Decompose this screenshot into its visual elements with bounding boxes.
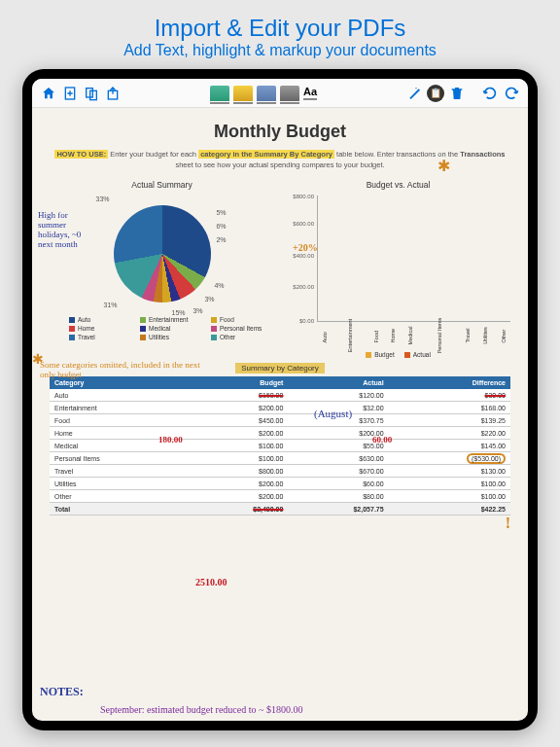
wand-icon[interactable] [405, 85, 423, 102]
redo-icon[interactable] [503, 85, 520, 102]
doc-title: Monthly Budget [50, 122, 510, 142]
pie-label: 3% [204, 296, 214, 302]
table-row: Auto$150.00$120.00$30.00 [50, 389, 510, 402]
summary-table: CategoryBudgetActualDifference Auto$150.… [50, 376, 510, 516]
table-total-row: Total$2,480.00$2,057.75$422.25 [50, 503, 510, 516]
eraser-tool[interactable] [280, 86, 299, 101]
table-row: Food$450.00$370.75$139.25 [50, 414, 510, 427]
table-row: Utilities$200.00$60.00$100.00 [50, 478, 510, 490]
note-september: September: estimated budget reduced to ~… [100, 704, 302, 715]
home-icon[interactable] [40, 85, 57, 102]
summary-header: Summary by Category [50, 364, 510, 373]
share-icon[interactable] [104, 85, 122, 102]
pie-legend: Auto Entertainment Food Home Medical Per… [50, 316, 274, 340]
pie-label: 33% [96, 196, 110, 202]
table-row: Entertainment$200.00$32.00$168.00 [50, 402, 510, 414]
pie-label: 6% [216, 223, 226, 230]
bar-legend: Budget Actual [286, 351, 510, 358]
pen-tool-blue[interactable] [257, 86, 276, 101]
pie-chart: Actual Summary 33% 31% 15% 4% 3% 3% 2% 5… [50, 180, 274, 358]
svg-point-4 [417, 89, 418, 90]
pie-label: 5% [216, 209, 226, 216]
pen-tool-yellow[interactable] [233, 86, 253, 101]
clipboard-icon[interactable]: 📋 [427, 85, 444, 102]
pie-title: Actual Summary [50, 180, 274, 190]
table-row: Medical$100.00$55.00$145.00 [50, 440, 510, 452]
pie-label: 31% [104, 302, 118, 308]
ipad-frame: Aa 📋 Monthly Budget HOW TO USE: Enter yo… [22, 69, 538, 730]
copy-icon[interactable] [83, 85, 100, 102]
svg-point-5 [415, 88, 416, 89]
table-row: Other$200.00$80.00$100.00 [50, 490, 510, 503]
table-row: Travel$800.00$670.00$130.00 [50, 465, 510, 478]
toolbar: Aa 📋 [32, 79, 528, 108]
table-header-row: CategoryBudgetActualDifference [50, 376, 510, 389]
promo-title: Import & Edit your PDFs [0, 15, 560, 42]
trash-icon[interactable] [448, 85, 466, 102]
app-screen: Aa 📋 Monthly Budget HOW TO USE: Enter yo… [32, 79, 528, 721]
promo-subtitle: Add Text, highlight & markup your docume… [0, 42, 560, 59]
new-doc-icon[interactable] [61, 85, 79, 102]
bar-chart: Budget vs. Actual $0.00 $200.00 $400.00 … [286, 180, 510, 358]
document-canvas[interactable]: Monthly Budget HOW TO USE: Enter your bu… [32, 108, 528, 721]
text-tool[interactable]: Aa [303, 86, 317, 100]
bar-title: Budget vs. Actual [286, 180, 510, 190]
note-excl: ! [506, 515, 510, 532]
notes-label: NOTES: [40, 685, 84, 699]
pie-label: 4% [214, 282, 224, 289]
table-row: Home$200.00$200.00$220.00 [50, 427, 510, 440]
pie-label: 3% [192, 307, 202, 314]
note-2510: 2510.00 [195, 577, 228, 587]
pie-label: 15% [171, 309, 185, 316]
undo-icon[interactable] [481, 85, 499, 102]
table-row: Personal Items$100.00$630.00($530.00) [50, 452, 510, 465]
pen-tool-green[interactable] [210, 86, 229, 101]
howto-text: HOW TO USE: Enter your budget for each c… [50, 150, 510, 170]
pie-label: 2% [216, 236, 226, 243]
